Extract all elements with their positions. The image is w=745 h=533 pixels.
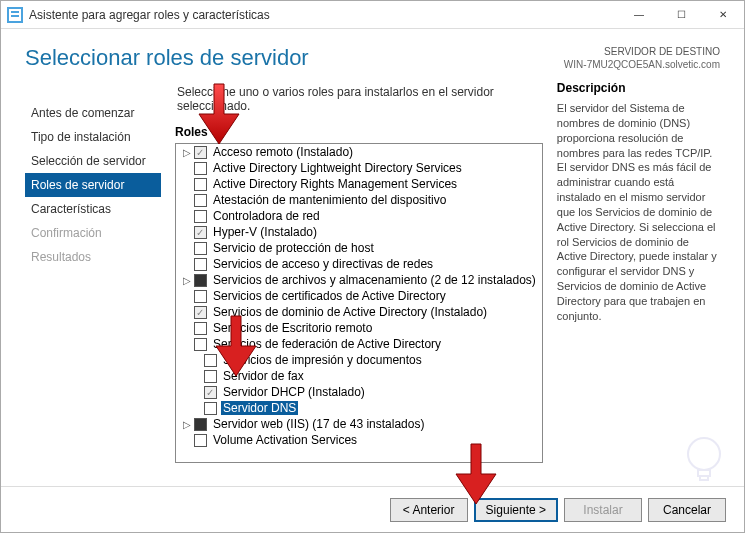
roles-label: Roles: [175, 125, 543, 139]
description-label: Descripción: [557, 81, 720, 95]
nav-step[interactable]: Antes de comenzar: [25, 101, 161, 125]
wizard-steps-nav: Antes de comenzarTipo de instalaciónSele…: [25, 81, 161, 481]
role-item[interactable]: Active Directory Lightweight Directory S…: [176, 160, 542, 176]
cancel-button[interactable]: Cancelar: [648, 498, 726, 522]
nav-step[interactable]: Selección de servidor: [25, 149, 161, 173]
role-label[interactable]: Servicios de Escritorio remoto: [211, 321, 374, 335]
close-button[interactable]: ✕: [702, 1, 744, 29]
role-checkbox[interactable]: [194, 162, 207, 175]
role-item[interactable]: Servicios de acceso y directivas de rede…: [176, 256, 542, 272]
role-item[interactable]: Active Directory Rights Management Servi…: [176, 176, 542, 192]
tree-expander-icon[interactable]: ▷: [180, 275, 194, 286]
role-checkbox[interactable]: [194, 194, 207, 207]
role-checkbox[interactable]: [194, 322, 207, 335]
role-checkbox[interactable]: [204, 386, 217, 399]
wizard-body: Antes de comenzarTipo de instalaciónSele…: [1, 81, 744, 481]
window-controls: — ☐ ✕: [618, 1, 744, 29]
nav-step: Confirmación: [25, 221, 161, 245]
role-checkbox[interactable]: [204, 402, 217, 415]
minimize-button[interactable]: —: [618, 1, 660, 29]
role-label[interactable]: Servicios de certificados de Active Dire…: [211, 289, 448, 303]
role-checkbox[interactable]: [194, 338, 207, 351]
role-item[interactable]: Servidor de fax: [176, 368, 542, 384]
role-checkbox[interactable]: [204, 370, 217, 383]
role-label[interactable]: Acceso remoto (Instalado): [211, 145, 355, 159]
role-checkbox[interactable]: [194, 178, 207, 191]
role-checkbox[interactable]: [194, 274, 207, 287]
role-item[interactable]: Controladora de red: [176, 208, 542, 224]
role-item[interactable]: Servicios de Escritorio remoto: [176, 320, 542, 336]
role-label[interactable]: Servidor DHCP (Instalado): [221, 385, 367, 399]
role-item[interactable]: Servicio de protección de host: [176, 240, 542, 256]
role-item[interactable]: Servidor DHCP (Instalado): [176, 384, 542, 400]
role-item[interactable]: Servicios de federación de Active Direct…: [176, 336, 542, 352]
role-item[interactable]: ▷Servidor web (IIS) (17 de 43 instalados…: [176, 416, 542, 432]
role-item[interactable]: Servicios de certificados de Active Dire…: [176, 288, 542, 304]
titlebar: Asistente para agregar roles y caracterí…: [1, 1, 744, 29]
role-label[interactable]: Servicio de protección de host: [211, 241, 376, 255]
role-label[interactable]: Volume Activation Services: [211, 433, 359, 447]
role-item[interactable]: Servicios de impresión y documentos: [176, 352, 542, 368]
destination-label: SERVIDOR DE DESTINO: [564, 45, 720, 58]
tree-expander-icon[interactable]: ▷: [180, 419, 194, 430]
role-label[interactable]: Servicios de dominio de Active Directory…: [211, 305, 489, 319]
role-label[interactable]: Servidor web (IIS) (17 de 43 instalados): [211, 417, 426, 431]
role-label[interactable]: Servicios de impresión y documentos: [221, 353, 424, 367]
app-icon: [7, 7, 23, 23]
role-item[interactable]: Volume Activation Services: [176, 432, 542, 448]
tree-expander-icon[interactable]: ▷: [180, 147, 194, 158]
role-checkbox[interactable]: [194, 306, 207, 319]
wizard-footer: < Anterior Siguiente > Instalar Cancelar: [1, 486, 744, 532]
role-item[interactable]: Servicios de dominio de Active Directory…: [176, 304, 542, 320]
role-item[interactable]: Atestación de mantenimiento del disposit…: [176, 192, 542, 208]
nav-step: Resultados: [25, 245, 161, 269]
nav-step[interactable]: Roles de servidor: [25, 173, 161, 197]
role-checkbox[interactable]: [194, 434, 207, 447]
next-button[interactable]: Siguiente >: [474, 498, 558, 522]
instruction-text: Seleccione uno o varios roles para insta…: [177, 85, 543, 113]
role-label[interactable]: Hyper-V (Instalado): [211, 225, 319, 239]
role-item[interactable]: ▷Servicios de archivos y almacenamiento …: [176, 272, 542, 288]
description-text: El servidor del Sistema de nombres de do…: [557, 101, 720, 324]
role-checkbox[interactable]: [204, 354, 217, 367]
description-panel: Descripción El servidor del Sistema de n…: [557, 81, 720, 481]
destination-value: WIN-7MU2QCOE5AN.solvetic.com: [564, 58, 720, 71]
nav-step[interactable]: Tipo de instalación: [25, 125, 161, 149]
role-item[interactable]: ▷Acceso remoto (Instalado): [176, 144, 542, 160]
roles-panel: Seleccione uno o varios roles para insta…: [161, 81, 557, 481]
role-label[interactable]: Atestación de mantenimiento del disposit…: [211, 193, 448, 207]
page-title: Seleccionar roles de servidor: [25, 45, 309, 71]
role-label[interactable]: Active Directory Lightweight Directory S…: [211, 161, 464, 175]
role-checkbox[interactable]: [194, 210, 207, 223]
previous-button[interactable]: < Anterior: [390, 498, 468, 522]
svg-rect-2: [11, 11, 19, 13]
role-label[interactable]: Controladora de red: [211, 209, 322, 223]
install-button[interactable]: Instalar: [564, 498, 642, 522]
maximize-button[interactable]: ☐: [660, 1, 702, 29]
role-checkbox[interactable]: [194, 146, 207, 159]
role-label[interactable]: Active Directory Rights Management Servi…: [211, 177, 459, 191]
role-label[interactable]: Servidor de fax: [221, 369, 306, 383]
wizard-header: Seleccionar roles de servidor SERVIDOR D…: [1, 29, 744, 81]
nav-step[interactable]: Características: [25, 197, 161, 221]
role-label[interactable]: Servicios de archivos y almacenamiento (…: [211, 273, 538, 287]
role-label[interactable]: Servidor DNS: [221, 401, 298, 415]
role-checkbox[interactable]: [194, 258, 207, 271]
role-item[interactable]: Hyper-V (Instalado): [176, 224, 542, 240]
role-label[interactable]: Servicios de federación de Active Direct…: [211, 337, 443, 351]
role-checkbox[interactable]: [194, 418, 207, 431]
role-checkbox[interactable]: [194, 242, 207, 255]
window-title: Asistente para agregar roles y caracterí…: [29, 8, 618, 22]
wizard-window: Asistente para agregar roles y caracterí…: [0, 0, 745, 533]
role-item[interactable]: Servidor DNS: [176, 400, 542, 416]
svg-rect-3: [11, 15, 19, 17]
role-checkbox[interactable]: [194, 290, 207, 303]
destination-server: SERVIDOR DE DESTINO WIN-7MU2QCOE5AN.solv…: [564, 45, 720, 71]
roles-listbox[interactable]: ▷Acceso remoto (Instalado)Active Directo…: [175, 143, 543, 463]
role-label[interactable]: Servicios de acceso y directivas de rede…: [211, 257, 435, 271]
role-checkbox[interactable]: [194, 226, 207, 239]
